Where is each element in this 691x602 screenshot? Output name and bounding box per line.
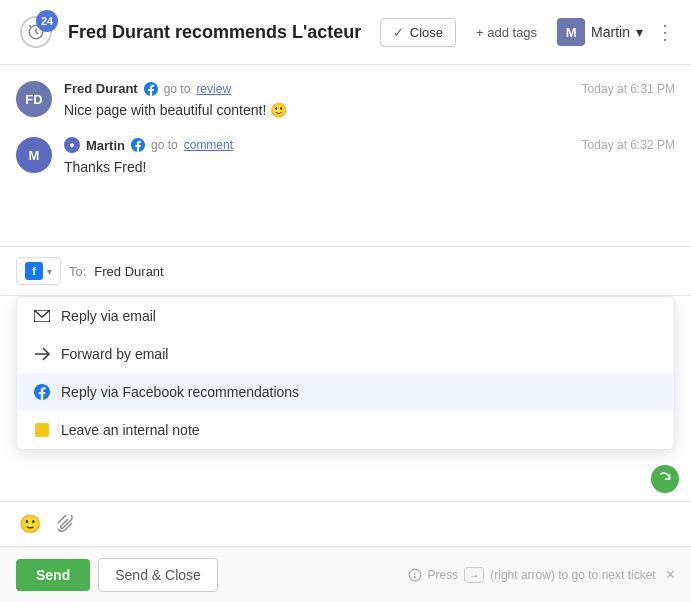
go-to-label: go to: [151, 138, 178, 152]
check-icon: ✓: [393, 25, 404, 40]
message-content: ● Martin go to comment Today at 6:32 PM …: [64, 137, 675, 178]
reply-via-email-item[interactable]: Reply via email: [17, 297, 674, 335]
notification-badge: 24: [16, 12, 56, 52]
send-close-button[interactable]: Send & Close: [98, 558, 218, 592]
message-meta: Fred Durant go to review Today at 6:31 P…: [64, 81, 675, 96]
message-time: Today at 6:31 PM: [582, 82, 675, 96]
chevron-down-icon: ▾: [47, 266, 52, 277]
message-meta: ● Martin go to comment Today at 6:32 PM: [64, 137, 675, 153]
message-time: Today at 6:32 PM: [582, 138, 675, 152]
chevron-down-icon: ▾: [636, 24, 643, 40]
forward-by-email-item[interactable]: Forward by email: [17, 335, 674, 373]
email-icon: [33, 307, 51, 325]
refresh-button[interactable]: [651, 465, 679, 493]
emoji-icon[interactable]: 🙂: [16, 510, 44, 538]
shortcut-action-text: (right arrow) to go to next ticket: [490, 568, 655, 582]
close-shortcut-icon[interactable]: ×: [666, 566, 675, 584]
message-row: FD Fred Durant go to review Today at 6:3…: [16, 81, 675, 121]
user-icon: ●: [64, 137, 80, 153]
reply-text-area: [0, 450, 691, 502]
page-title: Fred Durant recommends L'acteur: [68, 22, 368, 43]
forward-by-email-label: Forward by email: [61, 346, 168, 362]
to-label: To:: [69, 264, 86, 279]
avatar: FD: [16, 81, 52, 117]
sender-name: Fred Durant: [64, 81, 138, 96]
user-avatar: M: [557, 18, 585, 46]
svg-rect-2: [35, 423, 49, 437]
facebook-selector-icon: f: [25, 262, 43, 280]
shortcut-hint: Press → (right arrow) to go to next tick…: [408, 566, 675, 584]
internal-note-item[interactable]: Leave an internal note: [17, 411, 674, 449]
reply-header: f ▾ To: Fred Durant: [0, 247, 691, 296]
attachment-icon[interactable]: [52, 510, 80, 538]
avatar: M: [16, 137, 52, 173]
badge-count: 24: [36, 10, 58, 32]
comment-link[interactable]: comment: [184, 138, 233, 152]
to-value: Fred Durant: [94, 264, 163, 279]
app-container: 24 Fred Durant recommends L'acteur ✓ Clo…: [0, 0, 691, 602]
send-button[interactable]: Send: [16, 559, 90, 591]
facebook-icon: [131, 138, 145, 152]
user-menu-button[interactable]: M Martin ▾: [557, 18, 643, 46]
close-button[interactable]: ✓ Close: [380, 18, 456, 47]
more-options-icon[interactable]: ⋮: [655, 20, 675, 44]
internal-note-label: Leave an internal note: [61, 422, 200, 438]
add-tags-button[interactable]: + add tags: [468, 19, 545, 46]
reply-footer: Send Send & Close Press → (right arrow) …: [0, 547, 691, 602]
dropdown-menu: Reply via email Forward by email Reply v…: [16, 296, 675, 450]
reply-textarea[interactable]: [16, 458, 635, 490]
go-to-label: go to: [164, 82, 191, 96]
review-link[interactable]: review: [196, 82, 231, 96]
sender-name: Martin: [86, 138, 125, 153]
reply-facebook-label: Reply via Facebook recommendations: [61, 384, 299, 400]
message-text: Nice page with beautiful content! 🙂: [64, 100, 675, 121]
header: 24 Fred Durant recommends L'acteur ✓ Clo…: [0, 0, 691, 65]
message-row: M ● Martin go to comment Today at 6:32 P…: [16, 137, 675, 178]
reply-toolbar: 🙂: [0, 502, 691, 547]
user-name: Martin: [591, 24, 630, 40]
reply-facebook-item[interactable]: Reply via Facebook recommendations: [17, 373, 674, 411]
message-content: Fred Durant go to review Today at 6:31 P…: [64, 81, 675, 121]
message-text: Thanks Fred!: [64, 157, 675, 178]
facebook-item-icon: [33, 383, 51, 401]
forward-icon: [33, 345, 51, 363]
shortcut-key-icon: →: [464, 567, 484, 583]
svg-point-5: [414, 577, 415, 578]
messages-area: FD Fred Durant go to review Today at 6:3…: [0, 65, 691, 246]
note-icon: [33, 421, 51, 439]
channel-selector[interactable]: f ▾: [16, 257, 61, 285]
shortcut-press: Press: [428, 568, 459, 582]
reply-area: f ▾ To: Fred Durant Reply via email: [0, 246, 691, 602]
facebook-icon: [144, 82, 158, 96]
header-actions: ✓ Close + add tags M Martin ▾ ⋮: [380, 18, 675, 47]
reply-via-email-label: Reply via email: [61, 308, 156, 324]
